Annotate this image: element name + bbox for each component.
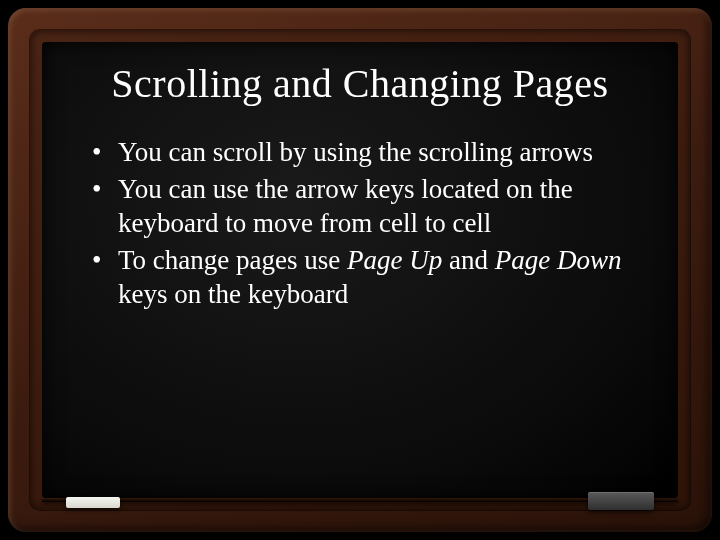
- chalkboard-ledge: [42, 499, 678, 502]
- list-item: You can scroll by using the scrolling ar…: [90, 135, 638, 170]
- list-item: To change pages use Page Up and Page Dow…: [90, 243, 638, 312]
- chalkboard-frame-outer: Scrolling and Changing Pages You can scr…: [8, 8, 712, 532]
- chalk-icon: [66, 497, 120, 508]
- slide-title: Scrolling and Changing Pages: [82, 60, 638, 107]
- bullet-text: You can use the arrow keys located on th…: [118, 174, 573, 239]
- bullet-em: Page Down: [495, 245, 622, 275]
- eraser-icon: [588, 492, 654, 510]
- bullet-list: You can scroll by using the scrolling ar…: [82, 135, 638, 312]
- bullet-text: keys on the keyboard: [118, 279, 348, 309]
- bullet-em: Page Up: [347, 245, 442, 275]
- list-item: You can use the arrow keys located on th…: [90, 172, 638, 241]
- bullet-text: To change pages use: [118, 245, 347, 275]
- bullet-text: and: [442, 245, 494, 275]
- bullet-text: You can scroll by using the scrolling ar…: [118, 137, 593, 167]
- chalkboard-surface: Scrolling and Changing Pages You can scr…: [42, 42, 678, 498]
